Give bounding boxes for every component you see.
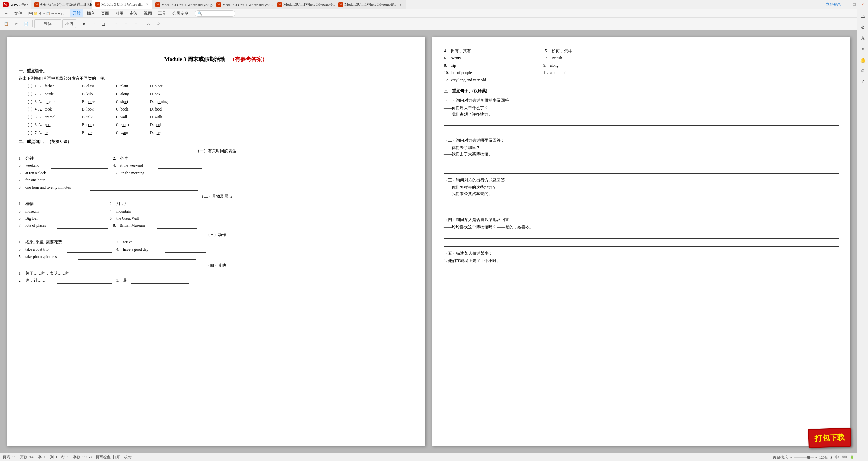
rv8-num: 8. [444, 62, 451, 68]
num-7: 7. A. [35, 129, 45, 136]
tv3-num: 5. [19, 170, 25, 176]
sidebar-icon-1[interactable]: ⇄ [859, 12, 867, 21]
tv2-fill [51, 168, 108, 169]
add-tab-icon: + [399, 3, 401, 7]
toolbar-btn-file-icon[interactable]: 💾 📁 🖨 ✂ 📋 ↩ ↪ ·· ↑↓ [26, 11, 67, 16]
a2-a: bottle [45, 91, 82, 98]
login-btn[interactable]: 立即登录 [826, 2, 841, 7]
align-left-btn[interactable]: ≡ [112, 19, 121, 28]
pl1-num: 1. [19, 201, 25, 207]
a5-d: D. walk [150, 114, 184, 121]
tab-3[interactable]: W Module 3 Unit 1 Where did you g... × [152, 0, 213, 9]
sg2-answer-line-2 [444, 167, 839, 174]
menu-tools[interactable]: 工具 [155, 10, 169, 17]
tab-close-2[interactable]: × [146, 2, 149, 6]
pl4-num: 7. [19, 222, 25, 228]
maximize-btn[interactable]: □ [852, 2, 857, 7]
sidebar-icon-6[interactable]: ☺ [859, 66, 867, 75]
bold-btn[interactable]: B [80, 19, 88, 28]
ac2-label2: have a good day [123, 246, 164, 253]
align-right-btn[interactable]: ≡ [132, 19, 140, 28]
rv10-num: 10. [444, 69, 451, 76]
paren-1: （ ） [25, 83, 35, 90]
sentence-group-5: （五）描述某人做过某事： 1. 他们在城墙上走了 1 个小时。 [444, 250, 839, 280]
menu-ref[interactable]: 引用 [113, 10, 126, 17]
a7-b: B. park [82, 129, 116, 136]
menu-page[interactable]: 页面 [98, 10, 112, 17]
tv2-fill2 [158, 168, 202, 169]
right-vocab-list: 4. 拥有，其有 5. 如何，怎样 6. twenty 7. British 8… [444, 48, 839, 83]
tab-label-2: Module 3 Unit 1 Where di... [101, 2, 143, 6]
minimize-btn[interactable]: — [844, 2, 849, 7]
pl-row-2: 3. museum 4. mountain [19, 208, 413, 214]
ac1-label: 搭乘, 乘坐; 需要花费 [25, 239, 76, 245]
sidebar-icon-4[interactable]: ✦ [859, 45, 867, 54]
add-tab[interactable]: + [396, 0, 406, 9]
sg3-qa: ——你们怎样去的这些地方？ ——我们乘公共汽车去的。 [444, 184, 839, 213]
ov2-num: 2. [19, 277, 25, 283]
font-size[interactable]: 小四 [62, 19, 76, 28]
ac2-fill [67, 252, 112, 253]
paste-btn[interactable]: 📋 [2, 19, 11, 28]
highlight-btn[interactable]: 🖊 [154, 19, 163, 28]
a3-a: doctor [45, 98, 82, 105]
title-tabs: W 外研版(三起)五年级满通上册Modul... × W Module 3 Un… [31, 0, 823, 9]
underline-btn[interactable]: U [99, 19, 108, 28]
places-vocab-list: 1. 植物 2. 河，江 3. museum 4. mountain 5. Bi… [19, 201, 413, 229]
rv4-fill [476, 54, 537, 54]
menu-review[interactable]: 审阅 [127, 10, 140, 17]
time-row-4: 7. for one hour [19, 177, 413, 183]
italic-btn[interactable]: I [90, 19, 98, 28]
zoom-out-btn[interactable]: − [790, 455, 792, 459]
sep-2 [32, 20, 33, 27]
close-btn[interactable]: × [860, 2, 865, 7]
tab-2[interactable]: W Module 3 Unit 1 Where di... × [92, 0, 152, 9]
section1-sub: 选出下列每组单词中画线部分发音不同类的一项。 [19, 75, 413, 81]
menu-vip[interactable]: 会员专享 [170, 10, 191, 17]
copy-btn[interactable]: 📄 [22, 19, 31, 28]
align-center-btn[interactable]: ≡ [122, 19, 131, 28]
sidebar-icon-3[interactable]: A [859, 34, 867, 43]
sidebar-icon-2[interactable]: ⚙ [859, 23, 867, 32]
font-name[interactable]: 宋体 [34, 19, 61, 28]
a1-d: D. place [150, 83, 184, 90]
menu-insert[interactable]: 插入 [84, 10, 98, 17]
menu-file[interactable]: 文件 [12, 10, 25, 17]
a5-c: C. wall [116, 114, 150, 121]
pl1-num2: 2. [110, 201, 116, 207]
menu-view[interactable]: 视图 [141, 10, 155, 17]
search-box[interactable]: 🔍 [195, 10, 235, 17]
tv5-num: 8. [19, 184, 25, 191]
sidebar-icon-5[interactable]: 🔔 [859, 56, 867, 64]
menu-icon[interactable]: ≡ [2, 9, 11, 18]
zoom-in-btn[interactable]: + [815, 455, 817, 459]
num-1: 1. A. [35, 83, 45, 90]
status-icon-4: 🔋 [850, 455, 854, 459]
sidebar-icon-7[interactable]: ? [859, 77, 867, 86]
tab-1[interactable]: W 外研版(三起)五年级满通上册Modul... × [31, 0, 92, 9]
text-color-btn[interactable]: A [144, 19, 153, 28]
tv1-label: 分钟 [25, 155, 39, 161]
tab-label-4: Module 3 Unit 1 Where did you... [222, 3, 273, 7]
time-row-3: 5. at ten o'clock 6. in the morning [19, 170, 413, 176]
cut-btn[interactable]: ✂ [12, 19, 21, 28]
sidebar-icon-8[interactable]: ⋮ [859, 88, 867, 97]
tab-6[interactable]: W Module3Unit1Wheredidyougo题... × [335, 0, 396, 9]
pl4-label: lots of places [25, 222, 56, 228]
status-icon-2: 中 [835, 455, 839, 460]
ac3-label: take photos/pictures [25, 254, 76, 260]
tab-4[interactable]: W Module 3 Unit 1 Where did you... × [213, 0, 274, 9]
app-name: WPS Office [10, 3, 28, 7]
ov2-fill [57, 283, 112, 284]
a5-b: B. talk [82, 114, 116, 121]
subsection-places: （二）景物及景点 [19, 193, 413, 199]
download-badge[interactable]: 打包下载 [808, 428, 851, 448]
rv4-label2: 如何，怎样 [552, 48, 575, 54]
menu-home[interactable]: 开始 [70, 9, 83, 17]
ov2-label2: 最 [123, 277, 130, 283]
zoom-slider[interactable] [794, 457, 814, 458]
ac2-fill2 [165, 252, 206, 253]
rv6-label: twenty [451, 55, 471, 61]
rv10-fill [482, 76, 535, 76]
tab-5[interactable]: W Module3Unit1Wheredidyougo图... × [274, 0, 335, 9]
